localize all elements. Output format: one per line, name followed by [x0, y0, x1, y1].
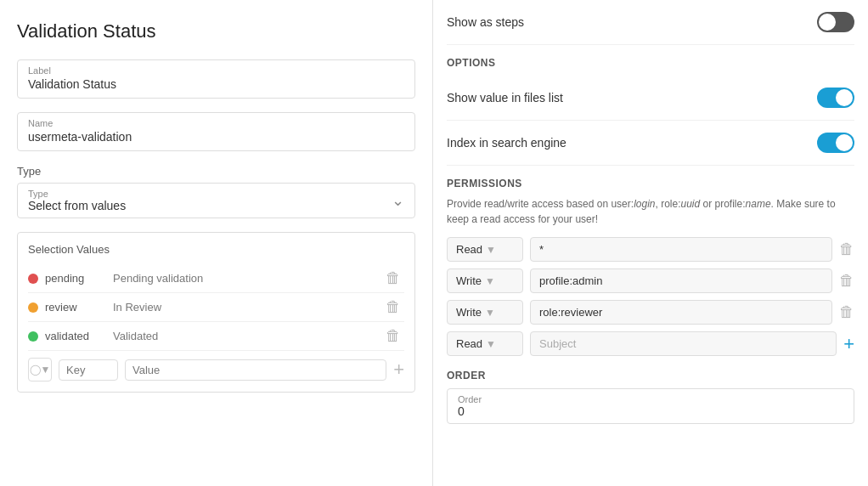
label-field: Label: [17, 59, 415, 99]
page-title: Validation Status: [17, 20, 415, 42]
name-input[interactable]: [18, 128, 414, 150]
chevron-down-icon: ⌄: [392, 191, 404, 210]
delete-icon[interactable]: 🗑: [382, 298, 404, 316]
show-value-files-label: Show value in files list: [447, 91, 563, 105]
perm-type-select-2[interactable]: Write ▼: [447, 268, 523, 293]
value-key-pending: pending: [45, 272, 113, 285]
type-section: Type Type Select from values ⌄: [17, 165, 415, 218]
perm-type-select-4[interactable]: Read ▼: [447, 331, 523, 356]
value-key-review: review: [45, 301, 113, 314]
permission-row-add: Read ▼ +: [447, 331, 854, 356]
delete-icon[interactable]: 🗑: [839, 272, 854, 290]
add-permission-button[interactable]: +: [843, 333, 854, 355]
order-section-title: Order: [447, 370, 854, 381]
show-as-steps-toggle[interactable]: [817, 12, 854, 32]
permission-row: Write ▼ 🗑: [447, 268, 854, 293]
list-item: review In Review 🗑: [28, 293, 404, 322]
chevron-down-icon: ▼: [486, 338, 496, 350]
circle-icon: ◯: [30, 364, 41, 376]
show-value-files-row: Show value in files list: [447, 76, 854, 121]
color-dot-validated: [28, 331, 38, 342]
list-item: pending Pending validation 🗑: [28, 264, 404, 293]
toggle-slider: [817, 88, 854, 108]
perm-type-select-3[interactable]: Write ▼: [447, 300, 523, 325]
value-desc-review: In Review: [113, 301, 382, 314]
perm-value-input-2[interactable]: [530, 268, 832, 293]
add-value-input[interactable]: [125, 359, 386, 381]
delete-icon[interactable]: 🗑: [839, 303, 854, 321]
show-as-steps-label: Show as steps: [447, 15, 524, 29]
chevron-down-icon: ▼: [485, 275, 495, 287]
type-select-sublabel: Type: [28, 189, 392, 199]
show-value-files-toggle[interactable]: [817, 88, 854, 108]
index-search-label: Index in search engine: [447, 136, 566, 150]
perm-value-input-1[interactable]: [530, 237, 832, 262]
order-field-label: Order: [458, 394, 843, 404]
add-value-button[interactable]: +: [393, 359, 404, 381]
perm-value-input-3[interactable]: [530, 300, 832, 325]
permissions-section-title: Permissions: [447, 178, 854, 189]
show-as-steps-row: Show as steps: [447, 0, 854, 45]
type-select-value: Select from values: [28, 199, 392, 212]
add-key-input[interactable]: [59, 359, 118, 381]
type-select-inner: Type Select from values: [28, 189, 392, 212]
selection-values-section: Selection Values pending Pending validat…: [17, 232, 415, 393]
chevron-down-icon: ▼: [485, 307, 495, 319]
color-picker-button[interactable]: ◯ ▼: [28, 358, 52, 381]
toggle-slider: [817, 12, 854, 32]
options-section-title: Options: [447, 57, 854, 69]
perm-type-label: Write: [456, 274, 482, 287]
delete-icon[interactable]: 🗑: [382, 327, 404, 345]
order-input[interactable]: [458, 404, 843, 418]
perm-type-select-1[interactable]: Read ▼: [447, 237, 523, 262]
label-field-label: Label: [18, 60, 414, 76]
value-desc-pending: Pending validation: [113, 272, 382, 285]
perm-value-input-4[interactable]: [530, 331, 837, 356]
list-item: validated Validated 🗑: [28, 322, 404, 351]
order-section: Order Order: [447, 370, 854, 424]
perm-type-label: Write: [456, 306, 482, 319]
add-value-row: ◯ ▼ +: [28, 351, 404, 381]
delete-icon[interactable]: 🗑: [839, 240, 854, 258]
chevron-down-icon: ▼: [41, 364, 51, 376]
name-field: Name: [17, 112, 415, 151]
left-panel: Validation Status Label Name Type Type S…: [0, 0, 433, 486]
type-select-wrapper[interactable]: Type Select from values ⌄: [17, 183, 415, 218]
delete-icon[interactable]: 🗑: [382, 269, 404, 287]
right-panel: Show as steps Options Show value in file…: [433, 0, 868, 486]
index-search-row: Index in search engine: [447, 121, 854, 166]
index-search-toggle[interactable]: [817, 133, 854, 153]
permission-row: Write ▼ 🗑: [447, 300, 854, 325]
color-dot-review: [28, 302, 38, 313]
chevron-down-icon: ▼: [486, 244, 496, 256]
permissions-description: Provide read/write access based on user:…: [447, 196, 854, 227]
name-field-label: Name: [18, 113, 414, 128]
order-field: Order: [447, 388, 854, 424]
value-key-validated: validated: [45, 330, 113, 342]
perm-type-label: Read: [456, 243, 482, 256]
type-section-label: Type: [17, 165, 415, 178]
label-input[interactable]: [18, 76, 414, 98]
selection-values-title: Selection Values: [28, 243, 404, 256]
permission-row: Read ▼ 🗑: [447, 237, 854, 262]
color-dot-pending: [28, 274, 38, 284]
value-desc-validated: Validated: [113, 330, 382, 342]
toggle-slider: [817, 133, 854, 153]
perm-type-label: Read: [456, 337, 482, 350]
